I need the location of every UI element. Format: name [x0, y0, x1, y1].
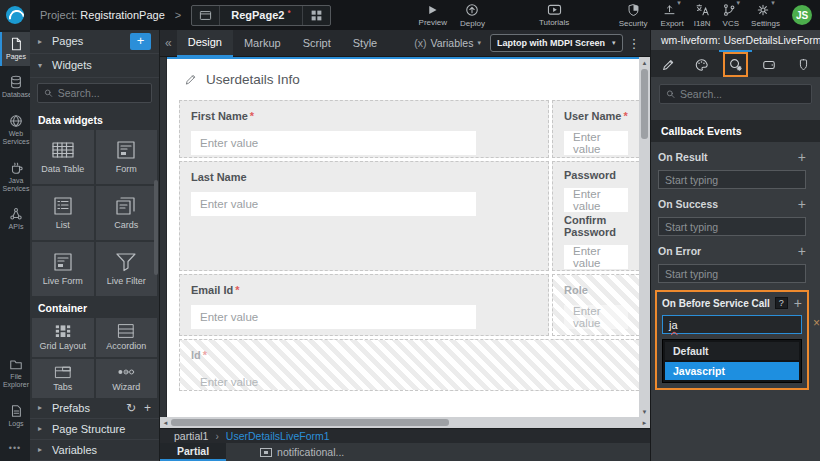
i18n-button[interactable]: I18N [694, 3, 711, 28]
tab-styles[interactable] [685, 50, 719, 77]
breadcrumb-current[interactable]: UserDetailsLiveForm1 [226, 430, 330, 442]
on-success-input[interactable] [658, 217, 806, 236]
export-button[interactable]: ▾ Export [661, 3, 684, 28]
user-avatar[interactable]: JS [792, 5, 812, 25]
vertical-scrollbar[interactable]: ▲ ▼ [639, 57, 650, 417]
widget-tile-accordion[interactable]: Accordion [96, 318, 158, 357]
widget-tile-list[interactable]: List [32, 186, 94, 240]
scroll-up-icon[interactable]: ▲ [642, 57, 648, 68]
pages-section-header[interactable]: ▸ Pages + [30, 30, 159, 54]
current-page-name[interactable]: RegPage2 • [219, 6, 302, 25]
widget-tile-wizard[interactable]: Wizard [96, 359, 158, 398]
first-name-input[interactable]: Enter value [191, 131, 476, 155]
user-name-input[interactable]: Enter value [564, 131, 628, 155]
rail-item-databases[interactable]: Databases [0, 70, 30, 104]
widget-search-input[interactable] [58, 87, 145, 99]
rail-item-file-explorer[interactable]: File Explorer [0, 352, 30, 395]
preview-button[interactable]: Preview [419, 4, 447, 27]
horizontal-scrollbar[interactable]: ◄ ► [160, 417, 650, 428]
field-id[interactable]: Id* Enter value [179, 339, 639, 391]
rail-item-java-services[interactable]: Java Services [0, 156, 30, 199]
add-action-icon[interactable]: + [794, 295, 802, 311]
on-error-input[interactable] [658, 264, 806, 283]
scroll-right-icon[interactable]: ► [639, 420, 650, 426]
tab-style[interactable]: Style [342, 30, 388, 57]
page-selector[interactable]: RegPage2 • [191, 5, 330, 26]
tab-script[interactable]: Script [292, 30, 342, 57]
canvas-toolbar: « Design Markup Script Style (x) Variabl… [160, 30, 650, 57]
deploy-button[interactable]: Deploy [460, 3, 485, 28]
tab-partial[interactable]: Partial [160, 443, 226, 461]
widget-tile-cards[interactable]: Cards [96, 186, 158, 240]
widget-tile-form[interactable]: Form [96, 130, 158, 184]
add-action-icon[interactable]: + [798, 243, 806, 259]
add-page-button[interactable]: + [130, 33, 151, 50]
email-id-input[interactable]: Enter value [191, 305, 476, 329]
add-action-icon[interactable]: + [798, 196, 806, 212]
settings-button[interactable]: ▾ Settings [751, 3, 780, 28]
design-canvas[interactable]: Userdetails Info First Name* Enter value… [167, 57, 639, 417]
app-logo[interactable] [0, 0, 30, 30]
tab-device[interactable] [752, 50, 786, 77]
scroll-down-icon[interactable]: ▼ [642, 406, 648, 417]
field-last-name[interactable]: Last Name Enter value [179, 161, 549, 271]
widget-tile-data-table[interactable]: Data Table [32, 130, 94, 184]
vcs-button[interactable]: ▾ VCS [722, 3, 741, 28]
close-icon[interactable]: × [813, 316, 820, 330]
option-javascript[interactable]: Javascript [665, 362, 799, 380]
device-icon [761, 58, 777, 72]
rail-item-pages[interactable]: Pages [0, 32, 30, 66]
last-name-input[interactable]: Enter value [191, 192, 476, 216]
password-input[interactable]: Enter value [564, 188, 628, 212]
rail-item-web-services[interactable]: Web Services [0, 109, 30, 152]
page-structure-section-header[interactable]: ▸ Page Structure [30, 419, 159, 440]
tab-security[interactable] [786, 50, 820, 77]
widget-tile-tabs[interactable]: Tabs [32, 359, 94, 398]
field-password-group[interactable]: Password Enter value Confirm Password En… [552, 161, 639, 271]
scrollbar-thumb[interactable] [641, 69, 648, 139]
add-action-icon[interactable]: + [798, 149, 806, 165]
panel-scrollbar[interactable] [154, 180, 158, 275]
rail-item-apis[interactable]: APIs [0, 202, 30, 236]
device-selector[interactable]: Laptop with MDPI Screen ▾ [490, 34, 623, 52]
tutorials-button[interactable]: Tutorials [539, 3, 569, 27]
pages-grid-icon[interactable] [303, 6, 330, 25]
collapse-panel-icon[interactable]: « [160, 36, 177, 50]
breadcrumb: partial1 › UserDetailsLiveForm1 [160, 428, 650, 443]
rail-item-logs[interactable]: Logs [0, 399, 30, 433]
on-result-input[interactable] [658, 170, 806, 189]
confirm-password-input[interactable]: Enter value [564, 245, 628, 269]
tab-properties[interactable] [651, 50, 685, 77]
field-email-id[interactable]: Email Id* Enter value [179, 274, 549, 336]
tab-markup[interactable]: Markup [233, 30, 292, 57]
field-role[interactable]: Role Enter value [552, 274, 639, 336]
rail-more-icon[interactable]: ••• [0, 437, 30, 461]
field-first-name[interactable]: First Name* Enter value [179, 100, 549, 158]
widget-tile-live-form[interactable]: Live Form [32, 242, 94, 296]
properties-search-input[interactable] [680, 88, 805, 100]
security-button[interactable]: Security [619, 3, 648, 28]
field-user-name[interactable]: User Name* Enter value [552, 100, 639, 158]
widget-tile-live-filter[interactable]: Live Filter [96, 242, 158, 296]
tab-events[interactable] [719, 50, 753, 77]
add-prefab-icon[interactable]: + [144, 401, 151, 415]
form-title-row[interactable]: Userdetails Info [167, 59, 639, 97]
more-options-icon[interactable]: ⋮ [623, 36, 646, 51]
scrollbar-thumb[interactable] [171, 419, 449, 426]
variables-section-header[interactable]: ▸ Variables [30, 440, 159, 461]
prefabs-section-header[interactable]: ▸ Prefabs ↻ + [30, 398, 159, 419]
refresh-prefabs-icon[interactable]: ↻ [126, 401, 136, 415]
widget-tile-grid-layout[interactable]: Grid Layout [32, 318, 94, 357]
widgets-section-header[interactable]: ▾ Widgets [30, 54, 159, 78]
properties-search[interactable] [659, 84, 812, 104]
widget-search[interactable] [37, 83, 152, 103]
on-before-service-call-input[interactable]: ja [662, 315, 802, 334]
tab-notification-partial[interactable]: notificational... [250, 443, 354, 461]
role-input[interactable]: Enter value [564, 305, 628, 329]
scroll-left-icon[interactable]: ◄ [160, 420, 171, 426]
variables-dropdown[interactable]: (x) Variables ▾ [414, 37, 481, 49]
help-icon[interactable]: ? [775, 297, 788, 309]
breadcrumb-parent[interactable]: partial1 [174, 430, 208, 442]
tab-design[interactable]: Design [177, 30, 233, 57]
option-default[interactable]: Default [665, 342, 799, 360]
